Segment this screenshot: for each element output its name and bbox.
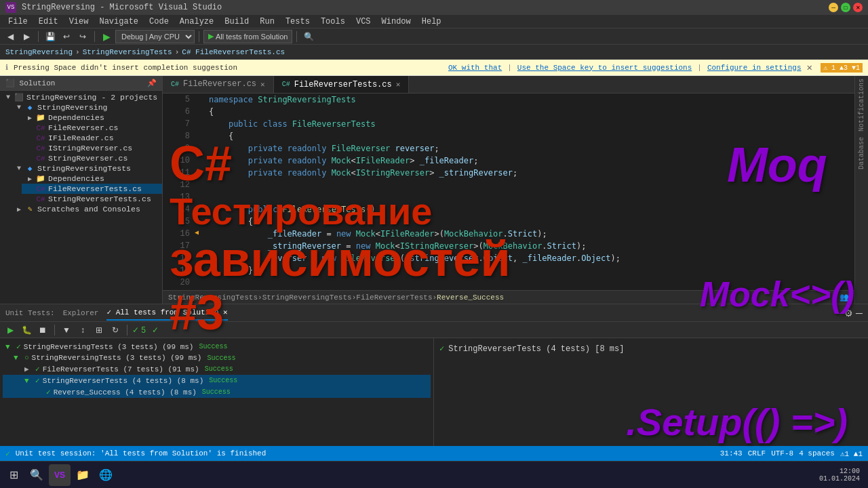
test-refresh-btn[interactable]: ↻	[108, 323, 123, 338]
taskbar-explorer[interactable]: 📁	[72, 464, 94, 486]
code-line-18[interactable]: 18 reverser = new FileReverser(_stringRe…	[163, 252, 854, 264]
minimize-button[interactable]: ─	[829, 3, 838, 12]
tree-file-reverser[interactable]: C# FileReverser.cs	[22, 123, 162, 133]
code-cell-9[interactable]: private readonly FileReverser reverser;	[203, 142, 854, 155]
menu-item-vcs[interactable]: VCS	[351, 16, 376, 28]
taskbar-browser[interactable]: 🌐	[95, 464, 117, 486]
code-cell-5[interactable]: namespace StringReversingTests	[203, 94, 854, 106]
project-string-reversing[interactable]: ▼ ◆ StringReversing	[11, 102, 162, 113]
debug-config-dropdown[interactable]: Debug | Any CPU	[115, 30, 195, 43]
code-line-10[interactable]: 10 private readonly Mock<IFileReader> _f…	[163, 155, 854, 167]
toolbar-forward[interactable]: ▶	[19, 29, 34, 44]
code-line-16[interactable]: 16◀ _fileReader = new Mock<IFileReader>(…	[163, 228, 854, 240]
breadcrumb-part3[interactable]: C# FileReverserTests.cs	[182, 48, 285, 56]
tree-ifile-reader[interactable]: C# IFileReader.cs	[22, 133, 162, 143]
test-check-all[interactable]: ✓	[148, 323, 163, 338]
notif-space-link[interactable]: Use the Space key to insert suggestions	[517, 64, 692, 72]
test-sort-btn[interactable]: ↕	[75, 323, 90, 338]
menu-item-tools[interactable]: Tools	[315, 16, 351, 28]
maximize-button[interactable]: □	[841, 3, 850, 12]
tree-dependencies-1[interactable]: ▶ 📁 Dependencies	[22, 113, 162, 123]
tree-filereverser-tests[interactable]: C# FileReverserTests.cs	[22, 184, 162, 194]
taskbar-start[interactable]: ⊞	[3, 464, 24, 486]
code-cell-7[interactable]: public class FileReverserTests	[203, 118, 854, 130]
sidebar-pin[interactable]: 📌	[147, 79, 157, 87]
code-cell-21[interactable]: [Fact]	[203, 289, 854, 290]
code-line-21[interactable]: 21✓ [Fact]	[163, 289, 854, 290]
code-line-5[interactable]: 5namespace StringReversingTests	[163, 94, 854, 106]
tab-file-reverser-tests[interactable]: C# FileReverserTests.cs ✕	[274, 76, 410, 93]
test-row-stringreverser[interactable]: ▼ ✓ StringReverserTests (4 tests) (8 ms)…	[3, 375, 431, 386]
code-line-9[interactable]: 9 private readonly FileReverser reverser…	[163, 142, 854, 155]
test-row-level1[interactable]: ▼ ○ StringReversingTests (3 tests) (99 m…	[3, 352, 431, 363]
notif-ok-link[interactable]: OK with that	[448, 64, 502, 72]
test-row-filereverser[interactable]: ▶ ✓ FileReverserTests (7 tests) (91 ms) …	[3, 363, 431, 375]
code-line-17[interactable]: 17 _stringReverser = new Mock<IStringRev…	[163, 240, 854, 252]
code-line-12[interactable]: 12	[163, 179, 854, 191]
tab-close-1[interactable]: ✕	[260, 80, 265, 89]
menu-item-analyze[interactable]: Analyze	[174, 16, 219, 28]
tab-file-reverser[interactable]: C# FileReverser.cs ✕	[163, 76, 274, 93]
code-line-14[interactable]: 14 public FileReverserTests()	[163, 203, 854, 216]
test-row-reverse-success[interactable]: ✓ Reverse_Success (4 tests) (8 ms) Succe…	[3, 386, 431, 398]
tab-explorer[interactable]: Explorer	[63, 306, 99, 320]
code-editor[interactable]: 5namespace StringReversingTests6{7 publi…	[163, 94, 854, 290]
code-line-6[interactable]: 6{	[163, 106, 854, 118]
tree-stringreverser-tests[interactable]: C# StringReverserTests.cs	[22, 194, 162, 204]
toolbar-back[interactable]: ◀	[3, 29, 18, 44]
code-line-13[interactable]: 13	[163, 191, 854, 203]
menu-item-help[interactable]: Help	[416, 16, 447, 28]
test-filter-btn[interactable]: ▼	[59, 323, 74, 338]
code-line-7[interactable]: 7 public class FileReverserTests	[163, 118, 854, 130]
code-bc-1[interactable]: StringReversingTests	[168, 293, 258, 302]
code-cell-10[interactable]: private readonly Mock<IFileReader> _file…	[203, 155, 854, 167]
menu-item-edit[interactable]: Edit	[33, 16, 64, 28]
tree-string-reverser[interactable]: C# StringReverser.cs	[22, 153, 162, 163]
bottom-close-panel-btn[interactable]: ─	[856, 308, 863, 319]
code-bc-2[interactable]: StringReversingTests	[262, 293, 352, 302]
breadcrumb-part1[interactable]: StringReversing	[5, 48, 73, 56]
code-cell-12[interactable]	[203, 179, 854, 191]
status-crlf[interactable]: CRLF	[748, 449, 766, 458]
toolbar-start[interactable]: ▶	[99, 29, 114, 44]
menu-item-run[interactable]: Run	[254, 16, 280, 28]
tab-close-2[interactable]: ✕	[396, 80, 401, 89]
code-cell-20[interactable]	[203, 277, 854, 289]
test-group-btn[interactable]: ⊞	[92, 323, 106, 338]
tree-scratches[interactable]: ▶ ✎ Scratches and Consoles	[11, 204, 162, 214]
taskbar-vs[interactable]: VS	[49, 464, 71, 486]
notif-configure-link[interactable]: Configure in settings	[707, 64, 802, 72]
code-cell-17[interactable]: _stringReverser = new Mock<IStringRevers…	[203, 240, 854, 252]
project-string-reversing-tests[interactable]: ▼ ◆ StringReversingTests	[11, 163, 162, 174]
database-label[interactable]: Database	[858, 134, 865, 172]
code-bc-4[interactable]: Reverse_Success	[437, 293, 504, 302]
toolbar-undo[interactable]: ↩	[59, 29, 74, 44]
code-cell-8[interactable]: {	[203, 130, 854, 142]
code-line-19[interactable]: 19 }	[163, 264, 854, 277]
close-button[interactable]: ✕	[853, 3, 863, 12]
code-bc-3[interactable]: FileReverserTests	[356, 293, 432, 302]
menu-item-view[interactable]: View	[64, 16, 94, 28]
status-position[interactable]: 31:43	[720, 449, 743, 458]
code-cell-6[interactable]: {	[203, 106, 854, 118]
test-passing-filter[interactable]: ✓ 5	[132, 323, 146, 338]
toolbar-search[interactable]: 🔍	[301, 29, 316, 44]
menu-item-build[interactable]: Build	[219, 16, 254, 28]
run-all-tests-button[interactable]: ▶ All tests from Solution	[203, 30, 292, 43]
test-row-root[interactable]: ▼ ✓ StringReversingTests (3 tests) (99 m…	[3, 341, 431, 352]
code-line-11[interactable]: 11 private readonly Mock<IStringReverser…	[163, 167, 854, 179]
status-charset[interactable]: UTF-8	[771, 449, 793, 458]
code-cell-14[interactable]: public FileReverserTests()	[203, 203, 854, 216]
solution-root[interactable]: ▼ ⬛ StringReversing - 2 projects	[0, 92, 162, 102]
breadcrumb-part2[interactable]: StringReversingTests	[83, 48, 172, 56]
code-cell-11[interactable]: private readonly Mock<IStringReverser> _…	[203, 167, 854, 179]
tree-dependencies-2[interactable]: ▶ 📁 Dependencies	[22, 174, 162, 184]
status-indent[interactable]: 4 spaces	[799, 449, 835, 458]
tree-istring-reverser[interactable]: C# IStringReverser.cs	[22, 143, 162, 153]
menu-item-file[interactable]: File	[3, 16, 33, 28]
bottom-settings-btn[interactable]: ⚙	[844, 308, 853, 319]
code-cell-19[interactable]: }	[203, 264, 854, 277]
menu-item-navigate[interactable]: Navigate	[94, 16, 144, 28]
run-tests-btn[interactable]: ▶	[3, 323, 18, 338]
code-line-15[interactable]: 15 {	[163, 216, 854, 228]
